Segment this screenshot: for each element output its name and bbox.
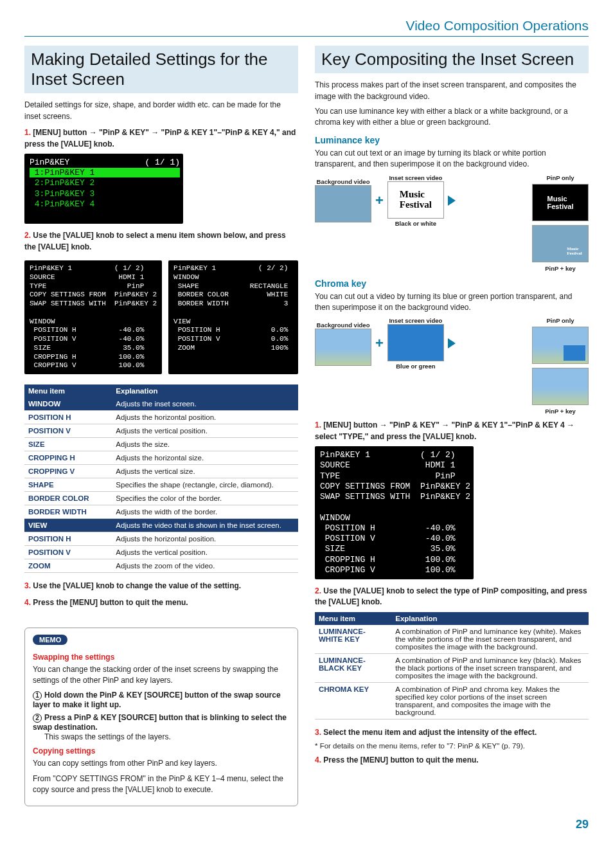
right-footnote: * For details on the menu items, refer t… <box>315 742 589 750</box>
inset-video-thumb2 <box>387 324 444 361</box>
plus-icon: + <box>375 192 384 209</box>
left-step1: 1. [MENU] button → "PinP & KEY" → "PinP … <box>24 127 298 150</box>
memo-step1: 1Hold down the PinP & KEY [SOURCE] butto… <box>33 691 290 709</box>
page-number: 29 <box>24 818 589 831</box>
settings-table: Menu itemExplanation WINDOWAdjusts the i… <box>24 384 298 573</box>
memo-swap-p: You can change the stacking order of the… <box>33 664 290 687</box>
section-header: Video Composition Operations <box>24 18 589 37</box>
left-step2: 2. Use the [VALUE] knob to select a menu… <box>24 230 298 253</box>
memo-badge: MEMO <box>33 635 67 645</box>
right-intro1: This process makes part of the inset scr… <box>315 80 589 102</box>
key-type-table: Menu itemExplanation LUMINANCE-WHITE KEY… <box>315 612 589 719</box>
chroma-pinp-key-result <box>532 368 589 405</box>
memo-copy-p2: From "COPY SETTINGS FROM" in the PinP & … <box>33 773 290 796</box>
right-step2: 2. Use the [VALUE] knob to select the ty… <box>315 586 589 608</box>
right-title: Key Compositing the Inset Screen <box>315 46 589 73</box>
bg-video-thumb2 <box>315 329 371 366</box>
luminance-p: You can cut out text or an image by turn… <box>315 148 589 170</box>
memo-box: MEMO Swapping the settings You can chang… <box>24 628 298 806</box>
screen-right-type: PinP&KEY 1 ( 1/ 2) SOURCE HDMI 1 TYPE Pi… <box>315 446 474 579</box>
arrow-right-icon <box>448 338 456 348</box>
pinp-key-result: Music Festival <box>532 225 589 262</box>
chroma-heading: Chroma key <box>315 278 589 289</box>
left-title: Making Detailed Settings for the Inset S… <box>24 46 298 93</box>
right-step4: 4. Press the [MENU] button to quit the m… <box>315 755 589 766</box>
screen-pinpkey-menu: PinP&KEY ( 1/ 1) 1:PinP&KEY 1 2:PinP&KEY… <box>24 154 183 224</box>
inset-video-thumb: Music Festival <box>387 181 444 219</box>
luminance-diagram: Background video + Inset screen video Mu… <box>315 174 589 272</box>
screen-pinpkey-1of2: PinP&KEY 1 ( 1/ 2) SOURCE HDMI 1 TYPE Pi… <box>24 260 162 374</box>
pinp-only-result: Music Festival <box>532 184 589 221</box>
left-intro: Detailed settings for size, shape, and b… <box>24 100 298 122</box>
arrow-right-icon <box>448 195 456 206</box>
left-step3: 3. Use the [VALUE] knob to change the va… <box>24 581 298 592</box>
right-step1: 1. [MENU] button → "PinP & KEY" → "PinP … <box>315 420 589 442</box>
memo-h-swap: Swapping the settings <box>33 653 290 662</box>
right-column: Key Compositing the Inset Screen This pr… <box>315 46 589 806</box>
col-menu-item: Menu item <box>24 384 112 397</box>
memo-h-copy: Copying settings <box>33 746 290 755</box>
memo-copy-p1: You can copy settings from other PinP an… <box>33 758 290 769</box>
left-column: Making Detailed Settings for the Inset S… <box>24 46 298 806</box>
right-intro2: You can use luminance key with either a … <box>315 106 589 129</box>
screen-pinpkey-2of2: PinP&KEY 1 ( 2/ 2) WINDOW SHAPE RECTANGL… <box>168 260 298 374</box>
chroma-pinp-only-result <box>532 327 589 364</box>
memo-step2: 2Press a PinP & KEY [SOURCE] button that… <box>33 713 290 732</box>
col-explanation: Explanation <box>112 384 298 397</box>
luminance-heading: Luminance key <box>315 135 589 145</box>
left-step4: 4. Press the [MENU] button to quit the m… <box>24 597 298 608</box>
memo-step2-result: This swaps the settings of the layers. <box>44 732 290 743</box>
chroma-diagram: Background video + Inset screen video Bl… <box>315 317 589 415</box>
plus-icon: + <box>375 335 384 352</box>
bg-video-thumb <box>315 185 371 222</box>
chroma-p: You can cut out a video by turning its b… <box>315 291 589 314</box>
right-step3: 3. Select the menu item and adjust the i… <box>315 727 589 738</box>
